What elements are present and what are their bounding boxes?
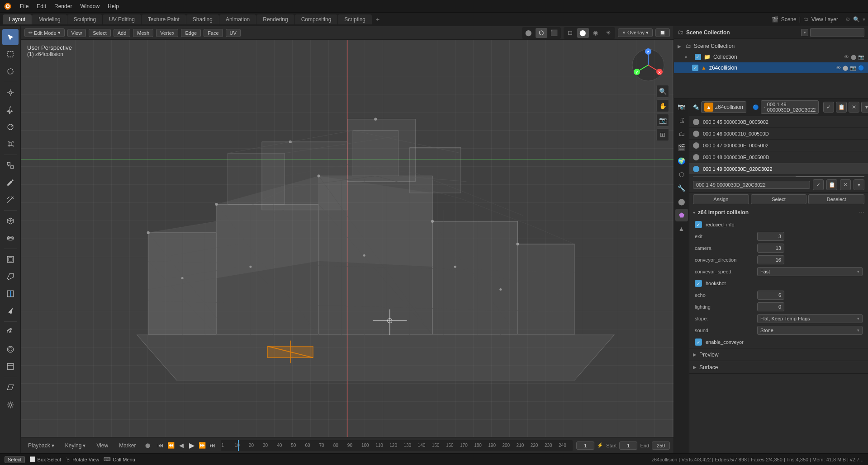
measure-btn[interactable] [2, 192, 19, 208]
mat-field-input[interactable]: 000 1 49 0000030D_020C3022 [693, 181, 810, 189]
vertex-menu[interactable]: Vertex [156, 29, 178, 37]
vertex-mode-btn[interactable]: ⬤ [523, 28, 535, 38]
tab-scripting[interactable]: Scripting [338, 14, 372, 24]
tab-rendering[interactable]: Rendering [256, 14, 294, 24]
solid-btn[interactable]: ⬤ [577, 28, 589, 38]
mat-slot-0[interactable]: 000 0 45 0000000B_0005002 [689, 116, 868, 128]
bevel-btn[interactable] [2, 268, 19, 285]
render-btn[interactable]: ☀ [602, 28, 614, 38]
tab-uv-editing[interactable]: UV Editing [103, 14, 141, 24]
mat-x-btn[interactable]: ✕ [840, 179, 851, 190]
z64-visibility-check[interactable]: ✓ [692, 65, 698, 71]
grid-btn[interactable]: ⊞ [656, 128, 669, 141]
keyframe-dot[interactable]: ⬤ [143, 441, 152, 450]
mat-slot-1[interactable]: 000 0 46 00000010_000500D [689, 128, 868, 140]
echo-value[interactable]: 6 [757, 291, 784, 300]
view-menu[interactable]: View [67, 29, 86, 37]
mat-new-btn[interactable]: ✓ [823, 102, 834, 113]
add-menu[interactable]: Add [114, 29, 131, 37]
step-forward-btn[interactable]: ⏩ [198, 441, 207, 450]
blender-logo[interactable] [3, 1, 13, 11]
end-frame-field[interactable]: 250 [652, 442, 670, 450]
prop-tab-output[interactable]: 🖨 [675, 114, 688, 127]
prop-tab-view-layer[interactable]: 🗂 [675, 127, 688, 140]
inset-btn[interactable] [2, 251, 19, 268]
move-btn[interactable] [2, 102, 19, 118]
prop-tab-material[interactable]: ⬟ [675, 209, 688, 221]
tab-compositing[interactable]: Compositing [295, 14, 338, 24]
tab-shading[interactable]: Shading [186, 14, 219, 24]
overlay-btn[interactable]: ⚬ Overlay ▾ [618, 28, 653, 37]
outliner-scene-collection[interactable]: ▶ 🗂 Scene Collection [674, 41, 868, 52]
prop-tab-particles[interactable]: ⬤ [675, 195, 688, 208]
conveyor-speed-select[interactable]: Fast ▾ [757, 267, 863, 276]
select-tool-btn[interactable] [2, 29, 19, 45]
spin-btn[interactable] [2, 324, 19, 340]
prop-tab-object[interactable]: ⬡ [675, 168, 688, 181]
step-back-btn[interactable]: ⏪ [166, 441, 175, 450]
mat-close-btn[interactable]: ✕ [849, 102, 859, 113]
box-select-btn[interactable] [2, 46, 19, 62]
mat-check-btn[interactable]: ✓ [813, 179, 824, 190]
lighting-value[interactable]: 0 [757, 302, 784, 311]
mesh-menu[interactable]: Mesh [133, 29, 153, 37]
hookshot-checkbox[interactable]: ✓ [695, 280, 702, 287]
loop-cut-btn[interactable] [2, 286, 19, 302]
menu-file[interactable]: File [16, 2, 32, 10]
mode-selector[interactable]: ✏ Edit Mode ▾ [24, 28, 65, 37]
prop-tab-scene[interactable]: 🎬 [675, 141, 688, 154]
add-workspace-btn[interactable]: + [372, 14, 383, 25]
annotate-btn[interactable] [2, 174, 19, 191]
edge-menu[interactable]: Edge [181, 29, 201, 37]
surface-section[interactable]: ▶ Surface [689, 361, 868, 374]
marker-menu[interactable]: Marker [115, 442, 139, 450]
wireframe-btn[interactable]: ⊡ [564, 28, 576, 38]
mat-slot-3[interactable]: 000 0 48 0000000E_000500D [689, 151, 868, 163]
play-back-btn[interactable]: ◀ [177, 441, 186, 450]
gizmo-btn[interactable]: 🔲 [655, 28, 670, 37]
jump-start-btn[interactable]: ⏮ [156, 441, 165, 450]
transform-btn[interactable] [2, 157, 19, 174]
mat-filter-btn[interactable]: ▾ [861, 102, 868, 113]
playback-menu[interactable]: Playback ▾ [24, 442, 58, 450]
reduced-info-checkbox[interactable]: ✓ [695, 221, 702, 228]
gizmo[interactable]: Z X Y [630, 47, 666, 83]
prop-tab-data[interactable]: ▲ [675, 222, 688, 235]
menu-edit[interactable]: Edit [33, 2, 50, 10]
tab-texture-paint[interactable]: Texture Paint [142, 14, 186, 24]
shear-btn[interactable] [2, 380, 19, 396]
knife-btn[interactable] [2, 303, 19, 319]
preview-section[interactable]: ▶ Preview [689, 348, 868, 361]
material-preview-btn[interactable]: ◉ [590, 28, 602, 38]
scale-btn[interactable] [2, 136, 19, 152]
deselect-btn[interactable]: Deselect [808, 194, 864, 204]
camera-value[interactable]: 13 [757, 244, 784, 253]
mat-slot-2[interactable]: 000 0 47 0000000E_0005002 [689, 140, 868, 151]
face-menu[interactable]: Face [204, 29, 223, 37]
pan-btn[interactable]: ✋ [656, 99, 669, 112]
enable-conveyor-checkbox[interactable]: ✓ [695, 338, 702, 346]
tab-modeling[interactable]: Modeling [32, 14, 67, 24]
viewport-3d[interactable]: User Perspective (1) z64collision Z X [21, 40, 674, 437]
assign-btn[interactable]: Assign [693, 194, 749, 204]
outliner-search[interactable] [810, 28, 864, 37]
prop-tab-world[interactable]: 🌍 [675, 155, 688, 167]
jump-end-btn[interactable]: ⏭ [208, 441, 217, 450]
outliner-filter-btn[interactable]: ▾ [801, 29, 808, 36]
exit-value[interactable]: 3 [757, 232, 784, 241]
cursor-btn[interactable] [2, 85, 19, 101]
tab-sculpting[interactable]: Sculpting [67, 14, 102, 24]
slope-select[interactable]: Flat, Keep Temp Flags ▾ [757, 314, 863, 323]
add-circle-btn[interactable] [2, 230, 19, 246]
edge-slide-btn[interactable] [2, 358, 19, 375]
start-frame-field[interactable]: 1 [619, 442, 637, 450]
zoom-in-btn[interactable]: 🔍 [656, 85, 669, 98]
shrink-btn[interactable] [2, 397, 19, 413]
z64-section-dots[interactable]: ⋯ [859, 209, 864, 216]
tab-animation[interactable]: Animation [219, 14, 256, 24]
current-frame-field[interactable]: 1 [576, 442, 594, 450]
outliner-z64collision[interactable]: ✓ ▲ z64collision 👁 ⬤ 📷 🔵 [674, 62, 868, 73]
mat-slot-4[interactable]: 000 1 49 0000030D_020C3022 [689, 163, 868, 175]
camera-btn[interactable]: 📷 [656, 114, 669, 127]
z64-section-header[interactable]: ▾ z64 import collision ⋯ [689, 206, 868, 219]
